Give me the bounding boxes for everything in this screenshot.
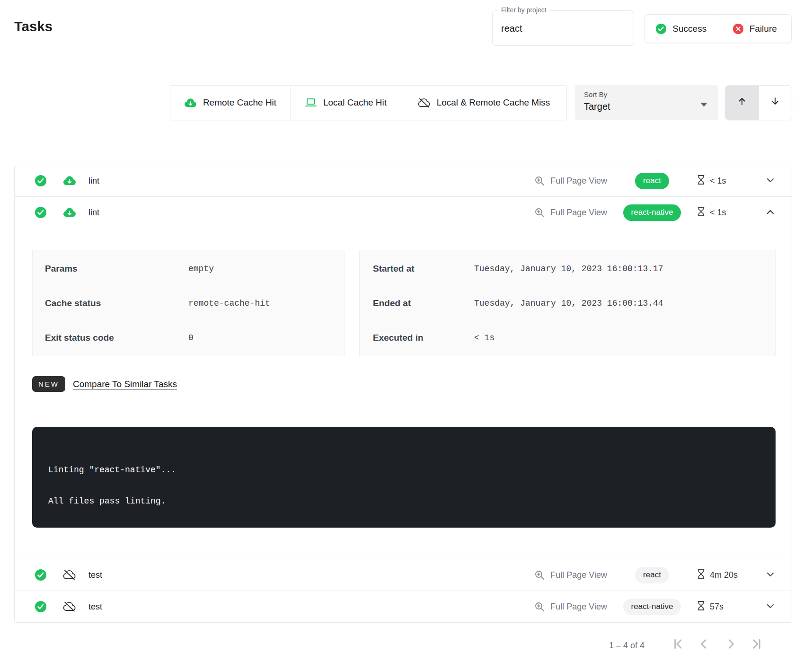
- success-label: Success: [672, 24, 706, 34]
- task-duration: < 1s: [710, 176, 726, 186]
- local-cache-hit-filter-button[interactable]: Local Cache Hit: [290, 85, 401, 120]
- task-name: test: [88, 602, 102, 612]
- task-row: test Full Page View react 4m 20s: [15, 559, 792, 591]
- terminal-output: Linting "react-native"... All files pass…: [32, 427, 776, 528]
- expand-toggle[interactable]: [765, 569, 776, 581]
- cloud-slash-icon: [418, 97, 431, 108]
- sort-by-label: Sort By: [584, 90, 607, 98]
- full-page-view-link[interactable]: Full Page View: [534, 176, 607, 186]
- terminal-line: All files pass linting.: [48, 496, 766, 506]
- page-title: Tasks: [14, 19, 53, 35]
- failure-label: Failure: [750, 24, 777, 34]
- hourglass-icon: [697, 569, 705, 582]
- project-badge: react-native: [623, 599, 681, 615]
- next-page-button[interactable]: [724, 637, 737, 652]
- last-page-icon: [750, 637, 764, 652]
- zoom-in-icon: [534, 570, 545, 580]
- terminal-line: Linting "react-native"...: [48, 465, 766, 475]
- started-at-value: Tuesday, January 10, 2023 16:00:13.17: [474, 264, 663, 274]
- caret-down-icon: [700, 100, 707, 109]
- arrow-down-icon: [769, 96, 781, 110]
- full-page-view-label: Full Page View: [550, 570, 607, 580]
- cache-miss-filter-button[interactable]: Local & Remote Cache Miss: [401, 85, 567, 120]
- sort-by-select[interactable]: Sort By Target: [575, 85, 718, 120]
- task-list-card: lint Full Page View react < 1s: [14, 165, 792, 623]
- new-badge: NEW: [32, 376, 65, 392]
- task-row: test Full Page View react-native 57s: [15, 591, 792, 622]
- sort-descending-button[interactable]: [759, 86, 792, 120]
- task-row: lint Full Page View react-native < 1s: [15, 197, 792, 228]
- sort-direction-group: [725, 85, 792, 120]
- pagination-range: 1 – 4 of 4: [609, 641, 644, 651]
- chevron-up-icon: [765, 207, 776, 219]
- expand-toggle[interactable]: [765, 601, 776, 613]
- remote-cache-hit-icon: [63, 175, 76, 186]
- previous-page-icon: [697, 637, 711, 652]
- success-status-icon: [35, 206, 47, 219]
- exit-status-label: Exit status code: [33, 333, 188, 343]
- project-filter-field: Filter by project: [492, 10, 634, 46]
- last-page-button[interactable]: [750, 637, 764, 652]
- params-label: Params: [33, 264, 188, 274]
- full-page-view-link[interactable]: Full Page View: [534, 207, 607, 218]
- full-page-view-label: Full Page View: [550, 602, 607, 612]
- timing-panel: Started at Tuesday, January 10, 2023 16:…: [359, 250, 776, 356]
- zoom-in-icon: [534, 207, 545, 218]
- hourglass-icon: [697, 600, 705, 613]
- full-page-view-link[interactable]: Full Page View: [534, 601, 607, 612]
- remote-cache-hit-filter-button[interactable]: Remote Cache Hit: [170, 85, 291, 120]
- success-filter-button[interactable]: Success: [644, 15, 718, 43]
- previous-page-button[interactable]: [697, 637, 711, 652]
- local-cache-hit-label: Local Cache Hit: [323, 97, 387, 108]
- success-status-icon: [35, 175, 47, 187]
- first-page-icon: [671, 637, 684, 652]
- params-value: empty: [188, 264, 214, 274]
- arrow-up-icon: [736, 96, 748, 110]
- project-filter-input[interactable]: [501, 23, 619, 34]
- cache-miss-label: Local & Remote Cache Miss: [437, 97, 550, 108]
- failure-filter-button[interactable]: Failure: [718, 15, 792, 43]
- task-duration: 4m 20s: [710, 570, 738, 580]
- executed-in-value: < 1s: [474, 333, 494, 343]
- remote-cache-hit-label: Remote Cache Hit: [203, 97, 276, 108]
- executed-in-label: Executed in: [360, 333, 474, 343]
- task-name: lint: [88, 208, 99, 218]
- success-icon: [655, 23, 667, 35]
- project-badge: react: [635, 173, 669, 189]
- success-status-icon: [35, 600, 47, 613]
- first-page-button[interactable]: [671, 637, 684, 652]
- success-status-icon: [35, 569, 47, 581]
- expand-toggle[interactable]: [765, 175, 776, 187]
- sort-ascending-button[interactable]: [725, 86, 759, 120]
- started-at-label: Started at: [360, 264, 474, 274]
- task-row: lint Full Page View react < 1s: [15, 165, 792, 196]
- task-duration: < 1s: [710, 208, 726, 218]
- tasks-page: Tasks Filter by project Success Failure …: [0, 0, 812, 671]
- next-page-icon: [724, 637, 737, 652]
- chevron-down-icon: [765, 601, 776, 613]
- task-name: test: [88, 570, 102, 580]
- ended-at-value: Tuesday, January 10, 2023 16:00:13.44: [474, 299, 663, 308]
- exit-status-value: 0: [188, 333, 194, 343]
- zoom-in-icon: [534, 601, 545, 612]
- cache-filter-group: Remote Cache Hit Local Cache Hit Local &…: [170, 85, 567, 120]
- task-duration: 57s: [710, 602, 724, 612]
- hourglass-icon: [697, 206, 705, 219]
- cache-status-label: Cache status: [33, 298, 188, 309]
- chevron-down-icon: [765, 569, 776, 581]
- expanded-task-details: Params empty Cache status remote-cache-h…: [15, 250, 792, 528]
- cache-miss-icon: [63, 569, 76, 581]
- pagination-controls: [671, 637, 764, 652]
- laptop-icon: [305, 97, 317, 108]
- zoom-in-icon: [534, 176, 545, 186]
- full-page-view-link[interactable]: Full Page View: [534, 570, 607, 580]
- project-badge: react-native: [623, 204, 681, 221]
- task-name: lint: [88, 176, 99, 186]
- compare-to-similar-tasks-link[interactable]: Compare To Similar Tasks: [73, 379, 177, 389]
- failure-icon: [733, 23, 744, 35]
- full-page-view-label: Full Page View: [550, 176, 607, 186]
- ended-at-label: Ended at: [360, 298, 474, 309]
- cloud-download-icon: [184, 97, 197, 108]
- sort-by-value: Target: [584, 101, 610, 112]
- collapse-toggle[interactable]: [765, 207, 776, 219]
